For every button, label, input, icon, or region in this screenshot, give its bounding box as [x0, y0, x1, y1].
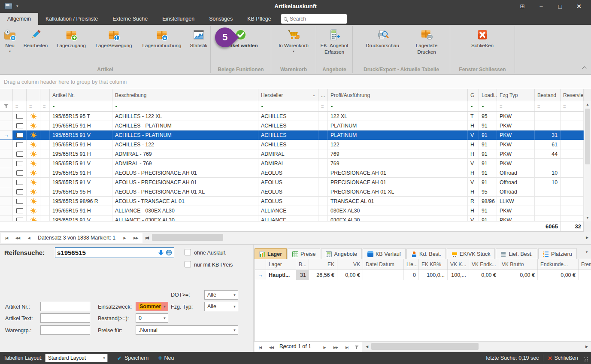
ribbon-search-box[interactable]	[281, 14, 347, 24]
filter-cell[interactable]	[535, 101, 561, 111]
row-checkbox[interactable]	[16, 199, 23, 204]
layout-speichern-button[interactable]: Speichern	[117, 355, 149, 361]
column-header[interactable]: Bestand	[535, 89, 561, 101]
ribbon-tab[interactable]: Externe Suche	[105, 13, 155, 25]
column-header[interactable]: G	[468, 89, 479, 101]
column-header[interactable]	[40, 89, 50, 101]
nur-mit-kb-checkbox[interactable]	[185, 261, 191, 267]
column-header[interactable]: ...	[318, 89, 328, 101]
scroll-up-icon[interactable]	[584, 101, 591, 108]
filter-cell[interactable]	[258, 101, 318, 111]
ohne-auslauf-checkbox[interactable]	[185, 249, 191, 255]
hscroll-thumb[interactable]	[152, 234, 223, 241]
filter-funnel-icon[interactable]	[352, 346, 361, 349]
filter-cell[interactable]	[328, 101, 468, 111]
hscroll-right-icon[interactable]	[583, 343, 590, 350]
artikel-nr-input[interactable]	[40, 302, 90, 311]
column-header[interactable]	[27, 89, 40, 101]
in-warenkorb-button[interactable]: In Warenkorb	[271, 27, 316, 53]
nav-first-icon[interactable]	[1, 236, 12, 240]
grid-vertical-scrollbar[interactable]	[584, 101, 591, 221]
column-header[interactable]: Fzg Typ	[497, 89, 535, 101]
nav-next-page-icon[interactable]	[130, 236, 141, 240]
article-row[interactable]: 195/65R15 98/96 R AEOLUS - TRANSACE AL 0…	[0, 197, 584, 206]
filter-cell[interactable]	[468, 101, 479, 111]
filter-cell[interactable]	[479, 101, 497, 111]
lagerliste-drucken-button[interactable]: Lagerliste Drucken	[408, 27, 446, 55]
filter-cell[interactable]	[561, 101, 584, 111]
filter-cell[interactable]	[50, 101, 112, 111]
article-row[interactable]: 195/65R15 91 V ADMIRAL - 769 ADMIRAL 769…	[0, 159, 584, 168]
column-header[interactable]: Datei Datum	[363, 259, 404, 270]
filter-cell[interactable]	[40, 101, 50, 111]
hscroll-left-icon[interactable]	[144, 234, 151, 241]
schliessen-button[interactable]: Schließen	[461, 27, 504, 49]
article-row[interactable]: 195/65R15 91 V AEOLUS - PRECISIONACE AH …	[0, 178, 584, 187]
hscroll-right-icon[interactable]	[584, 234, 591, 241]
einsatzzweck-dropdown[interactable]: Sommer	[136, 302, 168, 311]
column-header[interactable]	[13, 89, 27, 101]
schliessen-status-button[interactable]: Schließen	[548, 355, 578, 362]
tab-overflow-caret-icon[interactable]	[583, 250, 590, 258]
ek-angebot-button[interactable]: EK. Angebot Erfassen	[316, 27, 352, 55]
nav-next-icon[interactable]	[319, 346, 330, 349]
article-row[interactable]: 195/65R15 91 V ACHILLES - PLATINUM ACHIL…	[0, 130, 584, 140]
detail-tab[interactable]: EK/VK Stück	[447, 248, 495, 259]
druckvorschau-button[interactable]: Druckvorschau	[357, 27, 408, 49]
bestand-dropdown[interactable]: 0	[136, 313, 168, 323]
filter-cell[interactable]	[318, 101, 328, 111]
row-checkbox[interactable]	[16, 180, 23, 185]
blue-down-arrow-icon[interactable]	[158, 249, 164, 256]
hscroll-left-icon[interactable]	[364, 343, 370, 350]
column-header[interactable]: Lie...	[404, 259, 419, 270]
scroll-down-icon[interactable]	[584, 215, 591, 221]
nav-prev-page-icon[interactable]	[12, 236, 23, 240]
detail-tab[interactable]: Angebote	[321, 248, 362, 259]
ribbon-tab[interactable]: Kalkulation / Preisliste	[38, 13, 105, 25]
layout-dropdown[interactable]: Standard Layout	[45, 354, 108, 362]
row-checkbox[interactable]	[16, 142, 23, 147]
column-header[interactable]: EK	[309, 259, 337, 270]
layout-neu-button[interactable]: Neu	[158, 354, 174, 362]
filter-cell[interactable]	[27, 101, 40, 111]
detail-tab[interactable]: Lief. Best.	[496, 248, 537, 259]
maximize-button[interactable]	[551, 0, 570, 13]
column-header[interactable]: Profil/Ausführung	[328, 89, 468, 101]
nav-first-icon[interactable]	[255, 346, 266, 349]
column-header[interactable]: B...	[296, 259, 309, 270]
article-row[interactable]: 195/65R15 91 H ALLIANCE - 030EX AL30 ALL…	[0, 206, 584, 215]
article-row[interactable]: 195/65R15 91 H ACHILLES - 122 ACHILLES 1…	[0, 140, 584, 149]
column-header[interactable]: Artikel Nr.	[50, 89, 112, 101]
filter-cell[interactable]	[112, 101, 258, 111]
nav-prev-icon[interactable]	[23, 236, 34, 240]
ribbon-tab[interactable]: Sonstiges	[202, 13, 240, 25]
article-row[interactable]: 195/65R15 91 H AEOLUS - PRECISIONACE AH …	[0, 168, 584, 178]
column-header[interactable]: Frem	[579, 259, 591, 270]
search-input[interactable]	[290, 16, 341, 22]
reifensuche-searchbox[interactable]	[55, 247, 174, 258]
row-checkbox[interactable]	[16, 152, 23, 157]
neu-button[interactable]: Neu	[0, 27, 20, 53]
statistik-button[interactable]: Statistik	[187, 27, 210, 49]
detail-tab[interactable]: Kd. Best.	[406, 248, 446, 259]
artikel-text-input[interactable]	[40, 313, 90, 323]
row-checkbox[interactable]	[16, 218, 23, 221]
row-checkbox[interactable]	[16, 133, 23, 138]
lagerzugang-button[interactable]: Lagerzugang	[52, 27, 91, 49]
reifensuche-input[interactable]	[57, 249, 156, 256]
column-header[interactable]: Endkunde...	[538, 259, 579, 270]
article-row[interactable]: 195/65R15 91 V ALLIANCE - 030EX AL30 ALL…	[0, 215, 584, 221]
row-checkbox[interactable]	[16, 161, 23, 166]
column-header[interactable]: Beschreibung	[112, 89, 258, 101]
filter-cell[interactable]	[13, 101, 27, 111]
filter-cell[interactable]	[497, 101, 535, 111]
popout-window-button[interactable]	[513, 0, 532, 13]
column-header[interactable]: VK	[337, 259, 363, 270]
resize-grip[interactable]	[583, 357, 588, 362]
hscroll-thumb[interactable]	[371, 343, 479, 350]
lagerbewegung-button[interactable]: LagerBewegung	[91, 27, 136, 49]
group-by-panel[interactable]: Drag a column header here to group by th…	[0, 75, 591, 89]
ribbon-tab[interactable]: Einstellungen	[155, 13, 202, 25]
nav-next-icon[interactable]	[119, 236, 130, 240]
ribbon-collapse-chevron-icon[interactable]	[582, 67, 587, 71]
